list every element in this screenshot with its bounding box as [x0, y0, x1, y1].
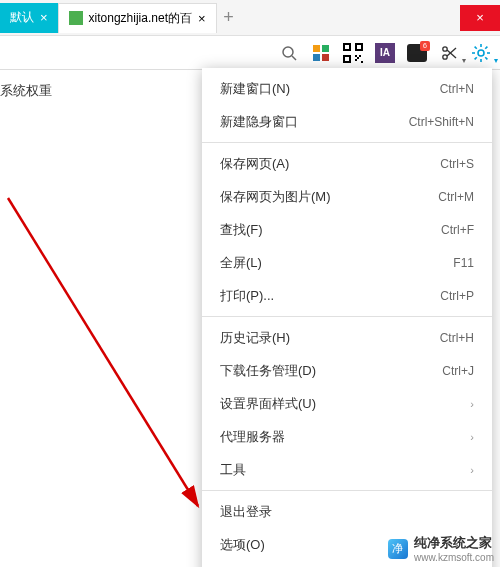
menu-item-label: 历史记录(H) [220, 329, 440, 347]
scissors-button[interactable]: ▾ [438, 42, 460, 64]
menu-item-4[interactable]: 保存网页为图片(M)Ctrl+M [202, 180, 492, 213]
tab-second[interactable]: xitongzhijia.net的百 × [58, 3, 217, 33]
chevron-right-icon: › [470, 398, 474, 410]
window-close-button[interactable]: × [460, 5, 500, 31]
ia-icon: IA [375, 43, 395, 63]
gear-icon [472, 44, 490, 62]
notifications-button[interactable]: 6 [406, 42, 428, 64]
notification-badge: 6 [420, 41, 430, 51]
menu-item-5[interactable]: 查找(F)Ctrl+F [202, 213, 492, 246]
menu-item-label: 全屏(L) [220, 254, 453, 272]
menu-item-label: 代理服务器 [220, 428, 470, 446]
menu-item-shortcut: Ctrl+Shift+N [409, 115, 474, 129]
search-icon [281, 45, 297, 61]
qrcode-button[interactable] [342, 42, 364, 64]
svg-rect-2 [313, 45, 320, 52]
svg-rect-4 [313, 54, 320, 61]
gear-chevron-icon: ▾ [494, 56, 498, 65]
svg-rect-5 [322, 54, 329, 61]
scissors-icon [441, 45, 457, 61]
menu-item-label: 打印(P)... [220, 287, 440, 305]
menu-item-9[interactable]: 历史记录(H)Ctrl+H [202, 321, 492, 354]
menu-item-11[interactable]: 设置界面样式(U)› [202, 387, 492, 420]
menu-item-10[interactable]: 下载任务管理(D)Ctrl+J [202, 354, 492, 387]
svg-line-28 [485, 57, 487, 59]
menu-item-label: 下载任务管理(D) [220, 362, 442, 380]
tab-favicon-icon [69, 11, 83, 25]
menu-item-13[interactable]: 工具› [202, 453, 492, 486]
ia-button[interactable]: IA [374, 42, 396, 64]
menu-item-shortcut: Ctrl+M [438, 190, 474, 204]
svg-rect-3 [322, 45, 329, 52]
svg-rect-15 [357, 57, 359, 59]
scissors-chevron-icon: ▾ [462, 56, 466, 65]
menu-item-6[interactable]: 全屏(L)F11 [202, 246, 492, 279]
menu-separator [202, 490, 492, 491]
menu-item-label: 工具 [220, 461, 470, 479]
settings-menu: 新建窗口(N)Ctrl+N新建隐身窗口Ctrl+Shift+N保存网页(A)Ct… [202, 68, 492, 567]
menu-item-label: 新建隐身窗口 [220, 113, 409, 131]
chevron-right-icon: › [470, 464, 474, 476]
svg-point-22 [478, 50, 484, 56]
svg-rect-8 [345, 45, 349, 49]
menu-item-label: 查找(F) [220, 221, 441, 239]
svg-line-29 [475, 57, 477, 59]
window-controls: × [460, 5, 500, 31]
watermark: 净 纯净系统之家 www.kzmsoft.com [388, 534, 494, 563]
menu-item-shortcut: Ctrl+P [440, 289, 474, 303]
menu-item-label: 保存网页(A) [220, 155, 440, 173]
menu-item-15[interactable]: 退出登录 [202, 495, 492, 528]
menu-item-shortcut: Ctrl+F [441, 223, 474, 237]
menu-item-shortcut: Ctrl+S [440, 157, 474, 171]
settings-button[interactable]: ▾ [470, 42, 492, 64]
svg-line-27 [475, 46, 477, 48]
menu-item-label: 新建窗口(N) [220, 80, 440, 98]
tab-second-close-icon[interactable]: × [198, 11, 206, 26]
svg-rect-14 [359, 55, 361, 57]
chevron-right-icon: › [470, 431, 474, 443]
tab-active[interactable]: 默认 × [0, 3, 58, 33]
svg-point-19 [443, 54, 447, 58]
svg-line-1 [292, 56, 296, 60]
menu-separator [202, 316, 492, 317]
menu-item-12[interactable]: 代理服务器› [202, 420, 492, 453]
chat-icon: 6 [407, 44, 427, 62]
menu-item-shortcut: F11 [453, 256, 474, 270]
tab-active-close-icon[interactable]: × [40, 10, 48, 25]
menu-item-3[interactable]: 保存网页(A)Ctrl+S [202, 147, 492, 180]
menu-item-shortcut: Ctrl+J [442, 364, 474, 378]
tab-active-label: 默认 [10, 9, 34, 26]
menu-item-7[interactable]: 打印(P)...Ctrl+P [202, 279, 492, 312]
apps-button[interactable] [310, 42, 332, 64]
new-tab-button[interactable]: + [217, 7, 241, 28]
svg-line-30 [485, 46, 487, 48]
menu-item-label: 保存网页为图片(M) [220, 188, 438, 206]
search-button[interactable] [278, 42, 300, 64]
svg-rect-17 [361, 61, 363, 63]
tab-strip: 默认 × xitongzhijia.net的百 × + × [0, 0, 500, 36]
arrow-annotation [0, 190, 210, 530]
watermark-logo-icon: 净 [388, 539, 408, 559]
menu-item-shortcut: Ctrl+H [440, 331, 474, 345]
menu-item-1[interactable]: 新建隐身窗口Ctrl+Shift+N [202, 105, 492, 138]
apps-icon [312, 44, 330, 62]
qrcode-icon [343, 43, 363, 63]
menu-item-0[interactable]: 新建窗口(N)Ctrl+N [202, 72, 492, 105]
watermark-url: www.kzmsoft.com [414, 552, 494, 563]
svg-rect-13 [355, 55, 357, 57]
svg-rect-16 [355, 59, 357, 61]
sidebar-text: 系统权重 [0, 82, 52, 100]
toolbar: IA 6 ▾ ▾ [0, 36, 500, 70]
svg-line-31 [8, 198, 198, 506]
svg-rect-10 [357, 45, 361, 49]
svg-point-0 [283, 47, 293, 57]
menu-item-label: 设置界面样式(U) [220, 395, 470, 413]
svg-point-18 [443, 46, 447, 50]
menu-item-label: 退出登录 [220, 503, 474, 521]
svg-rect-12 [345, 57, 349, 61]
tab-second-label: xitongzhijia.net的百 [89, 10, 192, 27]
watermark-title: 纯净系统之家 [414, 534, 494, 552]
menu-separator [202, 142, 492, 143]
menu-item-shortcut: Ctrl+N [440, 82, 474, 96]
